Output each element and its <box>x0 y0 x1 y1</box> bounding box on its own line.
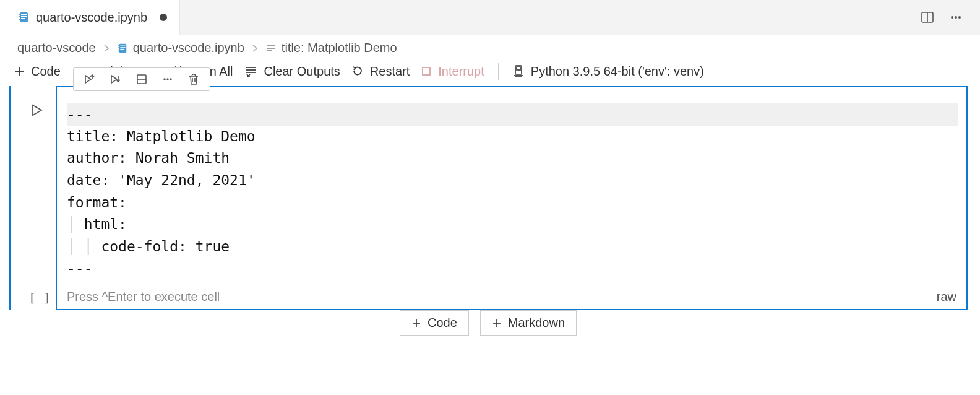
insert-markdown-button[interactable]: Markdown <box>480 310 577 336</box>
svg-point-46 <box>166 78 168 80</box>
tab-bar: quarto-vscode.ipynb <box>0 0 980 35</box>
restart-button[interactable]: Restart <box>351 64 410 79</box>
svg-rect-2 <box>21 16 27 17</box>
code-text: code-fold: true <box>67 238 230 254</box>
cell-footer: Press ^Enter to execute cell raw <box>57 286 966 309</box>
execution-count: [ ] <box>28 290 51 305</box>
interrupt-label: Interrupt <box>438 64 484 79</box>
code-line: format: <box>67 192 958 214</box>
cell-hint: Press ^Enter to execute cell <box>67 290 937 304</box>
more-cell-actions-icon[interactable] <box>161 73 174 85</box>
svg-point-9 <box>951 16 953 19</box>
insert-markdown-label: Markdown <box>508 316 565 330</box>
tab-filename: quarto-vscode.ipynb <box>36 11 147 25</box>
restart-label: Restart <box>370 64 410 79</box>
more-actions-icon[interactable] <box>949 11 963 24</box>
svg-rect-5 <box>19 16 20 17</box>
notebook-icon <box>117 43 128 54</box>
code-line: date: 'May 22nd, 2021' <box>67 170 958 192</box>
add-code-label: Code <box>31 64 61 79</box>
svg-rect-15 <box>120 48 123 49</box>
delete-cell-button[interactable] <box>187 73 200 85</box>
svg-rect-3 <box>21 18 25 19</box>
kernel-picker-button[interactable]: Python 3.9.5 64-bit ('env': venv) <box>512 64 704 79</box>
tab-actions <box>921 11 980 24</box>
svg-rect-4 <box>19 14 20 15</box>
breadcrumb-folder-label: quarto-vscode <box>17 41 96 55</box>
split-editor-icon[interactable] <box>921 11 934 24</box>
toolbar-separator <box>498 63 499 80</box>
svg-rect-0 <box>20 12 28 22</box>
dirty-indicator-icon <box>160 14 167 21</box>
svg-rect-6 <box>19 19 20 20</box>
run-below-button[interactable] <box>110 73 122 85</box>
cell-gutter: [ ] <box>9 86 56 310</box>
notebook-area: [ ] ---ti <box>0 86 980 336</box>
section-icon <box>265 43 277 54</box>
cell-wrap: [ ] ---ti <box>9 86 968 310</box>
code-line: title: Matplotlib Demo <box>67 126 958 148</box>
svg-marker-41 <box>111 76 117 83</box>
svg-point-10 <box>955 16 957 19</box>
cell[interactable]: ---title: Matplotlib Demoauthor: Norah S… <box>56 87 968 310</box>
svg-rect-12 <box>119 43 126 52</box>
breadcrumb-section[interactable]: title: Matplotlib Demo <box>265 41 397 55</box>
breadcrumb-section-label: title: Matplotlib Demo <box>282 41 397 55</box>
kernel-label: Python 3.9.5 64-bit ('env': venv) <box>531 64 704 79</box>
chevron-right-icon <box>102 44 111 53</box>
interrupt-button[interactable]: Interrupt <box>421 64 484 79</box>
svg-point-11 <box>958 16 961 19</box>
breadcrumb-file[interactable]: quarto-vscode.ipynb <box>117 41 244 55</box>
svg-rect-1 <box>21 14 27 15</box>
svg-marker-38 <box>33 105 41 115</box>
svg-rect-18 <box>118 49 119 50</box>
code-text: html: <box>67 216 127 232</box>
run-cell-button[interactable] <box>30 103 43 117</box>
svg-rect-35 <box>517 67 520 70</box>
clear-outputs-button[interactable]: Clear Outputs <box>244 64 340 79</box>
svg-rect-17 <box>118 47 119 48</box>
notebook-icon <box>17 11 30 24</box>
svg-rect-16 <box>118 45 119 46</box>
svg-rect-13 <box>120 45 125 46</box>
clear-outputs-label: Clear Outputs <box>264 64 340 79</box>
code-line: │ │ code-fold: true <box>67 236 958 258</box>
insert-code-button[interactable]: Code <box>400 310 469 336</box>
svg-point-47 <box>170 78 171 80</box>
code-line: --- <box>67 103 958 126</box>
chevron-right-icon <box>251 44 259 53</box>
svg-rect-14 <box>120 47 125 48</box>
add-cell-row: Code Markdown <box>9 309 968 336</box>
insert-code-label: Code <box>428 316 457 330</box>
add-code-button[interactable]: Code <box>14 64 61 79</box>
code-line: --- <box>67 258 958 280</box>
cell-mini-toolbar <box>73 67 210 91</box>
svg-rect-33 <box>423 67 430 75</box>
tab-active[interactable]: quarto-vscode.ipynb <box>0 0 180 35</box>
breadcrumb-folder[interactable]: quarto-vscode <box>17 41 96 55</box>
breadcrumb-file-label: quarto-vscode.ipynb <box>133 41 244 55</box>
split-cell-button[interactable] <box>135 73 148 85</box>
run-above-button[interactable] <box>84 73 96 85</box>
code-line: │ html: <box>67 214 958 236</box>
svg-marker-39 <box>85 76 91 83</box>
code-line: author: Norah Smith <box>67 147 958 170</box>
breadcrumb: quarto-vscode quarto-vscode.ipynb title:… <box>0 35 980 59</box>
svg-point-45 <box>163 78 165 80</box>
editor[interactable]: ---title: Matplotlib Demoauthor: Norah S… <box>57 93 966 286</box>
cell-language[interactable]: raw <box>937 290 956 304</box>
